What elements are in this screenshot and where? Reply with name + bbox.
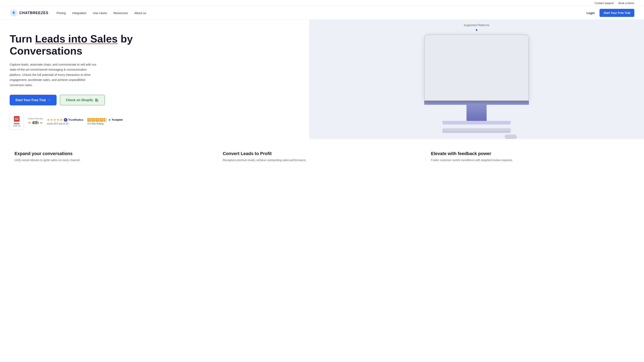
g2-love-label: Love Us [13, 125, 20, 127]
nav-use-cases[interactable]: Use cases [93, 11, 107, 15]
hero-description: Capture leads, automate chats, and commu… [10, 62, 98, 88]
star-5: ★ [60, 118, 62, 122]
supported-platforms-label: Supported Platforms [464, 23, 490, 27]
mac-stand-body [466, 105, 486, 121]
mac-screen [425, 35, 528, 100]
feature-title-2: Convert Leads to Profit [223, 151, 421, 156]
trustpilot-logo: ★ Trustpilot [108, 118, 123, 121]
nav-resources[interactable]: Resources [113, 11, 128, 15]
product-day-text: Product of the day [28, 118, 43, 120]
g2-logo: G2 [14, 116, 20, 122]
feature-col-2: Convert Leads to Profit Recapture premiu… [218, 151, 426, 162]
shopify-label: Check on Shopify [66, 98, 93, 102]
trustpilot-stars-row: ★ ★ ★ ★ ★ ★ Trustpilot [87, 118, 123, 122]
trustpilot-badge: ★ ★ ★ ★ ★ ★ Trustpilot 4.0 Star Rating [87, 118, 123, 125]
hero-trial-button[interactable]: Start Your Free Trial → [10, 95, 56, 105]
g2-logo-text: G2 [15, 117, 19, 120]
trustradius-logo: R TrustRadius [64, 118, 83, 122]
star-3: ★ [53, 118, 56, 122]
star-2: ★ [50, 118, 53, 122]
trustpilot-stars: ★ ★ ★ ★ ★ [87, 118, 107, 122]
logo[interactable]: CHATBREEZES [10, 9, 48, 17]
g2-users-label: Users [14, 122, 20, 125]
logo-text: CHATBREEZES [19, 11, 48, 15]
hero-left: Turn Leads into Sales byConversations Ca… [0, 19, 309, 139]
hero-title: Turn Leads into Sales byConversations [10, 33, 300, 57]
feature-desc-3: Foster customer-centric excellence with … [431, 158, 630, 162]
features-grid: Expand your conversations Unify social i… [10, 151, 634, 162]
login-button[interactable]: Login [587, 11, 595, 15]
trustradius-stars: ★ ★ ★ ★ ★ [47, 118, 62, 122]
product-rank: 4th [32, 120, 39, 125]
feature-col-3: Elevate with feedback power Foster custo… [426, 151, 634, 162]
mac-base [442, 121, 511, 124]
trustradius-stars-row: ★ ★ ★ ★ ★ R TrustRadius [47, 118, 83, 122]
hero-buttons: Start Your Free Trial → Check on Shopify… [10, 95, 300, 105]
hero-trial-label: Start Your Free Trial [15, 98, 46, 102]
feature-title-1: Expand your conversations [14, 151, 213, 156]
contact-support-link[interactable]: Contact Support [595, 1, 614, 5]
book-demo-link[interactable]: Book a Demo [618, 1, 634, 5]
laurel-wrap: ❧ 4th ❧ [28, 120, 43, 125]
hero-title-highlight: Leads into Sales [35, 33, 118, 45]
trustradius-name: TrustRadius [68, 118, 83, 121]
trustpilot-rating: 4.0 Star Rating [87, 122, 123, 125]
tp-star-3: ★ [96, 118, 99, 122]
badges-row: G2 Users Love Us Product of the day ❧ 4t… [10, 113, 300, 129]
tp-star-2: ★ [91, 118, 95, 122]
navbar: CHATBREEZES Pricing Integration Use case… [0, 6, 644, 19]
feature-title-3: Elevate with feedback power [431, 151, 630, 156]
mac-mouse [505, 135, 517, 139]
feature-desc-2: Recapture premium leads, achieve outstan… [223, 158, 421, 162]
nav-integration[interactable]: Integration [72, 11, 86, 15]
laurel-left-icon: ❧ [28, 120, 31, 125]
laurel-right-icon: ❧ [40, 120, 43, 125]
hero-section: Turn Leads into Sales byConversations Ca… [0, 19, 644, 139]
hero-right: Supported Platforms [309, 19, 644, 139]
hero-shopify-button[interactable]: Check on Shopify 🛍️ [60, 95, 105, 105]
shopify-emoji: 🛍️ [95, 98, 99, 102]
product-hunt-badge: Product of the day ❧ 4th ❧ [28, 118, 43, 125]
nav-about-us[interactable]: About us [134, 11, 146, 15]
feature-col-1: Expand your conversations Unify social i… [10, 151, 218, 162]
tp-star-half: ★ [104, 118, 107, 122]
trustradius-badge: ★ ★ ★ ★ ★ R TrustRadius score 10.0 out o… [47, 118, 83, 125]
hero-title-part1: Turn [10, 33, 35, 45]
nav-actions: Login Start Your Free Trial [587, 9, 634, 17]
top-bar: Contact Support Book a Demo [0, 0, 644, 6]
logo-icon [10, 9, 18, 17]
tp-star-4: ★ [100, 118, 103, 122]
mac-keyboard [442, 128, 511, 133]
star-4: ★ [56, 118, 59, 122]
mac-illustration [424, 34, 529, 139]
mac-monitor [424, 34, 529, 101]
star-1: ★ [47, 118, 50, 122]
dot-indicator [476, 29, 477, 31]
feature-desc-1: Unify social inboxes to ignite sales on … [14, 158, 213, 162]
trustradius-score: score 10.0 out of 10 [47, 122, 83, 125]
trustpilot-name: Trustpilot [112, 118, 123, 121]
tp-star-1: ★ [87, 118, 91, 122]
nav-links: Pricing Integration Use cases Resources … [56, 11, 587, 15]
trustpilot-icon: ★ [108, 118, 111, 121]
nav-trial-button[interactable]: Start Your Free Trial [600, 9, 634, 17]
mac-stand-top [424, 101, 529, 105]
arrow-icon: → [47, 98, 51, 102]
features-section: Expand your conversations Unify social i… [0, 139, 644, 174]
nav-pricing[interactable]: Pricing [56, 11, 66, 15]
trustradius-icon: R [64, 118, 68, 122]
g2-badge: G2 Users Love Us [10, 113, 24, 129]
